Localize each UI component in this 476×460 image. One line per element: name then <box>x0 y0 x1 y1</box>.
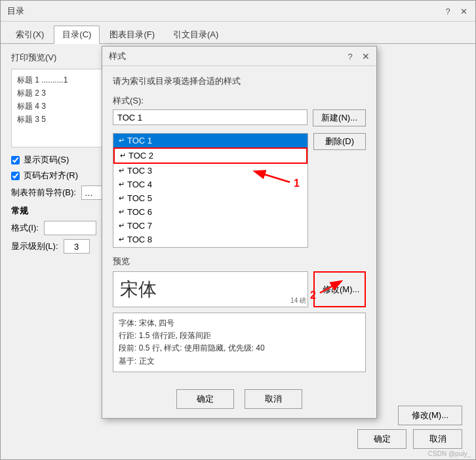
bg-cancel-button[interactable]: 取消 <box>413 429 462 449</box>
bg-bottom-buttons: 确定 取消 <box>357 429 462 449</box>
list-item-toc6[interactable]: ↵ TOC 6 <box>113 205 307 219</box>
list-item-toc5[interactable]: ↵ TOC 5 <box>113 191 307 205</box>
style-field-label: 样式(S): <box>113 95 366 107</box>
style-dialog: 样式 ? ✕ 请为索引或目录项选择合适的样式 样式(S): 新建(N)... ↵… <box>102 46 377 419</box>
show-page-numbers-label: 显示页码(S) <box>24 154 69 166</box>
list-item-toc9[interactable]: ↵ TOC 9 <box>113 246 307 248</box>
dialog-help-button[interactable]: ? <box>344 50 357 63</box>
right-align-label: 页码右对齐(R) <box>24 170 78 182</box>
style-listbox[interactable]: ↵ TOC 1 ↵ TOC 2 ↵ TOC 3 ↵ TOC 4 ↵ TOC <box>113 133 308 248</box>
preview-section: 预览 宋体 14 磅 修改(M)... 字体: 宋体, 四号 行距: 1.5 倍… <box>113 256 366 372</box>
list-item-toc3[interactable]: ↵ TOC 3 <box>113 164 307 178</box>
dialog-description: 请为索引或目录项选择合适的样式 <box>113 75 366 87</box>
dialog-ok-button[interactable]: 确定 <box>176 389 234 409</box>
list-item-toc1-label: TOC 1 <box>127 136 152 145</box>
format-input[interactable] <box>44 221 96 235</box>
show-page-numbers-checkbox[interactable] <box>11 156 20 164</box>
list-item-toc8[interactable]: ↵ TOC 8 <box>113 233 307 246</box>
level-input[interactable] <box>64 239 90 254</box>
arrow-toc1: ↵ <box>119 136 125 145</box>
bg-titlebar: 目录 ? ✕ <box>1 1 475 22</box>
list-item-toc3-label: TOC 3 <box>127 166 152 176</box>
info-line-1: 字体: 宋体, 四号 <box>119 317 360 330</box>
bg-modify-button[interactable]: 修改(M)... <box>398 406 462 425</box>
info-text-box: 字体: 宋体, 四号 行距: 1.5 倍行距, 段落间距 段前: 0.5 行, … <box>113 313 366 372</box>
arrow-toc3: ↵ <box>119 166 125 175</box>
right-align-checkbox[interactable] <box>11 172 20 180</box>
bg-ok-button[interactable]: 确定 <box>357 429 407 449</box>
list-item-toc6-label: TOC 6 <box>127 207 152 217</box>
list-item-toc2-label: TOC 2 <box>129 151 153 161</box>
new-style-button[interactable]: 新建(N)... <box>313 109 366 126</box>
tab-index[interactable]: 索引(X) <box>7 26 52 43</box>
arrow-toc4: ↵ <box>119 180 125 189</box>
tab-figure[interactable]: 图表目录(F) <box>101 26 163 43</box>
info-line-4: 基于: 正文 <box>119 355 360 368</box>
list-item-toc7-label: TOC 7 <box>127 221 152 231</box>
tab-leader-label: 制表符前导符(B): <box>11 187 76 199</box>
dialog-title-controls: ? ✕ <box>344 50 372 63</box>
preview-area-row: 宋体 14 磅 修改(M)... <box>113 271 366 307</box>
dialog-content: 请为索引或目录项选择合适的样式 样式(S): 新建(N)... ↵ TOC 1 … <box>102 66 376 381</box>
list-item-toc5-label: TOC 5 <box>127 193 152 203</box>
list-item-toc4[interactable]: ↵ TOC 4 <box>113 178 307 191</box>
dialog-cancel-button[interactable]: 取消 <box>245 389 302 409</box>
dialog-bottom-buttons: 确定 取消 <box>102 381 376 418</box>
style-input-row: 新建(N)... <box>113 109 366 126</box>
style-name-input[interactable] <box>113 109 307 125</box>
preview-font-text: 宋体 <box>120 277 157 302</box>
list-item-toc7[interactable]: ↵ TOC 7 <box>113 219 307 233</box>
bg-help-button[interactable]: ? <box>441 5 454 18</box>
dialog-titlebar: 样式 ? ✕ <box>102 47 376 66</box>
level-label: 显示级别(L): <box>11 240 58 252</box>
dialog-title: 样式 <box>109 50 126 62</box>
list-item-toc1[interactable]: ↵ TOC 1 <box>113 134 307 147</box>
preview-font-box: 宋体 14 磅 <box>113 271 308 307</box>
info-line-2: 行距: 1.5 倍行距, 段落间距 <box>119 330 360 342</box>
arrow-toc2: ↵ <box>120 151 126 160</box>
bg-title-controls: ? ✕ <box>441 5 470 18</box>
bg-window-title: 目录 <box>7 5 24 17</box>
delete-style-button[interactable]: 删除(D) <box>313 133 366 150</box>
list-item-toc4-label: TOC 4 <box>127 180 152 189</box>
watermark: CSDN @puiy_ <box>428 450 471 457</box>
arrow-toc7: ↵ <box>119 221 125 230</box>
tab-bar: 索引(X) 目录(C) 图表目录(F) 引文目录(A) <box>1 22 475 44</box>
tab-citation[interactable]: 引文目录(A) <box>165 26 227 43</box>
info-line-3: 段前: 0.5 行, 样式: 使用前隐藏, 优先级: 40 <box>119 342 360 355</box>
list-item-toc2[interactable]: ↵ TOC 2 <box>113 147 307 164</box>
bg-modify-btn-area: 修改(M)... <box>398 406 462 425</box>
arrow-toc6: ↵ <box>119 208 125 216</box>
list-item-toc8-label: TOC 8 <box>127 235 152 244</box>
bg-close-button[interactable]: ✕ <box>457 5 470 18</box>
format-label: 格式(I): <box>11 222 39 234</box>
dialog-close-button[interactable]: ✕ <box>359 50 372 63</box>
list-delete-row: ↵ TOC 1 ↵ TOC 2 ↵ TOC 3 ↵ TOC 4 ↵ TOC <box>113 133 366 248</box>
arrow-toc8: ↵ <box>119 235 125 244</box>
tab-toc[interactable]: 目录(C) <box>54 26 100 44</box>
modify-style-button[interactable]: 修改(M)... <box>313 271 366 307</box>
preview-size-badge: 14 磅 <box>290 296 306 305</box>
arrow-toc5: ↵ <box>119 194 125 202</box>
preview-label: 预览 <box>113 256 366 267</box>
